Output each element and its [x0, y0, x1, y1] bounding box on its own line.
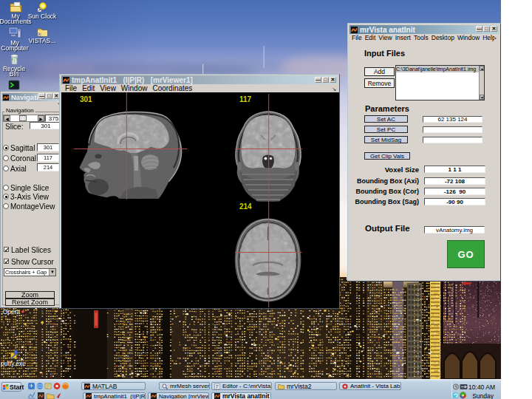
- svg-text:301: 301: [80, 95, 92, 103]
- svg-text:214: 214: [239, 202, 252, 211]
- svg-text:117: 117: [239, 95, 252, 103]
